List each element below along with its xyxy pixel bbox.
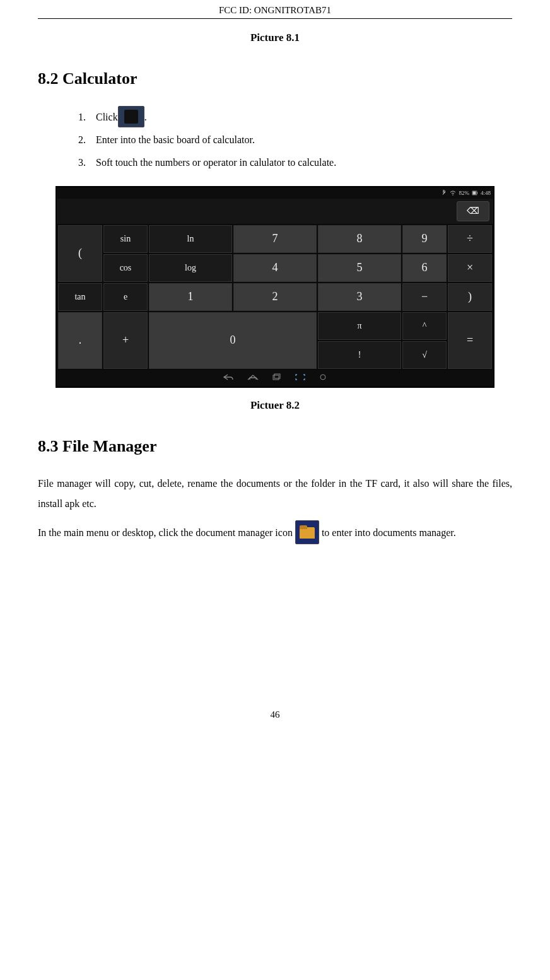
- key-sin[interactable]: sin: [103, 225, 148, 253]
- svg-rect-5: [274, 374, 280, 378]
- key-divide[interactable]: ÷: [448, 225, 492, 253]
- key-3[interactable]: 3: [318, 283, 401, 311]
- key-4[interactable]: 4: [233, 254, 317, 282]
- key-1[interactable]: 1: [149, 283, 232, 311]
- key-e[interactable]: e: [103, 283, 148, 311]
- bluetooth-icon: [441, 190, 447, 196]
- key-2[interactable]: 2: [233, 283, 317, 311]
- key-6[interactable]: 6: [402, 254, 447, 282]
- key-power[interactable]: ^: [402, 312, 447, 340]
- key-ln[interactable]: ln: [149, 225, 232, 253]
- fm-p2-text-b: to enter into documents manager.: [319, 527, 456, 537]
- key-0[interactable]: 0: [149, 312, 317, 369]
- key-equals[interactable]: =: [448, 312, 492, 369]
- key-multiply[interactable]: ×: [448, 254, 492, 282]
- heading-file-manager: 8.3 File Manager: [38, 437, 512, 456]
- step-1-text-a: Click: [96, 112, 118, 122]
- svg-rect-2: [477, 192, 477, 194]
- file-manager-app-icon: [295, 520, 319, 544]
- key-pi[interactable]: π: [318, 312, 401, 340]
- key-dot[interactable]: .: [58, 312, 102, 369]
- backspace-button[interactable]: ⌫: [457, 201, 489, 221]
- fm-p2-text-a: In the main menu or desktop, click the d…: [38, 527, 295, 537]
- battery-icon: [472, 190, 478, 196]
- step-1: Click.: [88, 106, 512, 129]
- key-minus[interactable]: −: [402, 283, 447, 311]
- caption-picture-8-2: Pictuer 8.2: [38, 399, 512, 412]
- key-7[interactable]: 7: [233, 225, 317, 253]
- page-number: 46: [38, 709, 512, 733]
- file-manager-paragraph-2: In the main menu or desktop, click the d…: [38, 522, 512, 545]
- calculator-display[interactable]: ⌫: [57, 199, 493, 224]
- page-header: FCC ID: ONGNITROTAB71: [38, 0, 512, 19]
- calculator-screenshot: 82% 4:48 ⌫ sin ln 7 8 9 ÷ ( cos log 4 5 …: [56, 186, 494, 388]
- file-manager-paragraph-1: File manager will copy, cut, delete, ren…: [38, 474, 512, 514]
- step-1-text-b: .: [144, 112, 147, 122]
- status-time: 4:48: [481, 190, 491, 196]
- nav-volume-button[interactable]: [312, 373, 334, 383]
- calculator-keypad: sin ln 7 8 9 ÷ ( cos log 4 5 6 × tan e 1…: [57, 224, 493, 370]
- caption-picture-8-1: Picture 8.1: [38, 32, 512, 44]
- heading-calculator: 8.2 Calculator: [38, 69, 512, 88]
- calculator-steps-list: Click. Enter into the basic board of cal…: [88, 106, 512, 173]
- key-log[interactable]: log: [149, 254, 232, 282]
- battery-percent: 82%: [459, 190, 469, 196]
- nav-screenshot-button[interactable]: [288, 373, 312, 383]
- key-factorial[interactable]: !: [318, 341, 401, 369]
- key-tan[interactable]: tan: [58, 283, 102, 311]
- step-3: Soft touch the numbers or operator in ca…: [88, 151, 512, 173]
- key-plus[interactable]: +: [103, 312, 148, 369]
- svg-rect-3: [472, 191, 476, 194]
- svg-rect-4: [273, 375, 279, 380]
- calculator-app-icon: [118, 106, 144, 127]
- key-5[interactable]: 5: [318, 254, 401, 282]
- key-8[interactable]: 8: [318, 225, 401, 253]
- svg-point-0: [453, 194, 454, 195]
- key-open-paren[interactable]: (: [58, 225, 102, 282]
- nav-home-button[interactable]: [240, 373, 266, 383]
- step-2: Enter into the basic board of calculator…: [88, 129, 512, 151]
- key-close-paren[interactable]: ): [448, 283, 492, 311]
- key-cos[interactable]: cos: [103, 254, 148, 282]
- nav-recent-button[interactable]: [266, 373, 288, 383]
- key-9[interactable]: 9: [402, 225, 447, 253]
- nav-back-button[interactable]: [216, 373, 240, 383]
- key-sqrt[interactable]: √: [402, 341, 447, 369]
- svg-point-6: [320, 375, 325, 380]
- android-nav-bar: [57, 370, 493, 387]
- android-status-bar: 82% 4:48: [57, 187, 493, 199]
- wifi-icon: [450, 190, 456, 196]
